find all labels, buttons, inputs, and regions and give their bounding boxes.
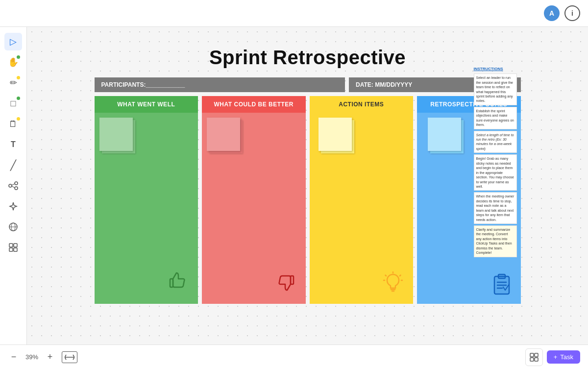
col-header-action-items: ACTION ITEMS xyxy=(310,96,414,113)
task-label: Task xyxy=(560,353,573,361)
participants-box[interactable]: PARTICIPANTS:____________ xyxy=(95,77,345,92)
instruction-3: Select a length of time to run the retro… xyxy=(474,131,517,153)
magic-icon[interactable] xyxy=(4,197,22,215)
sticky-front-green xyxy=(99,118,133,151)
task-plus: + xyxy=(554,353,558,361)
bottom-bar: − 39% + + Task xyxy=(0,344,588,369)
instruction-6: Clarify and summarize the meeting. Conve… xyxy=(474,225,517,257)
svg-rect-14 xyxy=(291,276,294,284)
template-icon[interactable] xyxy=(4,239,22,256)
instruction-5: When the meeting owner decides its time … xyxy=(474,192,517,224)
hand-icon[interactable]: ✋ xyxy=(4,53,22,71)
svg-point-1 xyxy=(15,182,18,185)
bottom-right-controls: + Task xyxy=(525,348,580,366)
grid-view-button[interactable] xyxy=(525,348,543,366)
connect-icon[interactable] xyxy=(4,177,22,195)
svg-rect-36 xyxy=(535,358,538,361)
globe-icon[interactable] xyxy=(4,218,22,236)
yellow-dot2 xyxy=(17,117,20,121)
board: Sprint Retrospective PARTICIPANTS:______… xyxy=(95,47,521,304)
column-action-items: ACTION ITEMS xyxy=(310,96,414,304)
svg-rect-9 xyxy=(9,244,13,247)
svg-rect-10 xyxy=(14,244,17,247)
meta-row: PARTICIPANTS:____________ DATE: MM/DD/YY… xyxy=(95,77,521,92)
green-dot xyxy=(17,55,20,59)
sticky-front-yellow xyxy=(318,118,352,151)
svg-rect-12 xyxy=(14,248,17,251)
instructions-title: INSTRUCTIONS xyxy=(474,66,517,72)
svg-line-20 xyxy=(400,275,401,276)
svg-rect-33 xyxy=(530,353,534,357)
column-could-better: WHAT COULD BE BETTER xyxy=(202,96,306,304)
instructions-panel: INSTRUCTIONS Select an leader to run the… xyxy=(474,66,517,259)
sidebar: ▷ ✋ ✏ □ 🗒 T ╱ xyxy=(0,27,27,344)
yellow-dot xyxy=(17,76,20,79)
add-task-button[interactable]: + Task xyxy=(547,350,580,364)
col-header-went-well: WHAT WENT WELL xyxy=(95,96,198,113)
green-dot2 xyxy=(17,97,20,100)
svg-rect-13 xyxy=(170,279,173,287)
avatar[interactable]: A xyxy=(544,5,560,21)
svg-line-3 xyxy=(12,184,15,185)
shape-icon[interactable]: □ xyxy=(4,95,22,112)
clipboard-icon xyxy=(490,271,515,299)
svg-marker-5 xyxy=(10,202,17,210)
sticky-front-blue xyxy=(428,118,461,151)
line-icon[interactable]: ╱ xyxy=(4,156,22,174)
col-body-could-better[interactable] xyxy=(202,113,306,304)
zoom-out-button[interactable]: − xyxy=(8,351,20,363)
lightbulb-icon xyxy=(381,271,405,297)
svg-rect-35 xyxy=(530,358,534,361)
thumbsdown-icon xyxy=(273,271,298,297)
text-icon[interactable]: T xyxy=(4,136,22,153)
instruction-2: Establish the sprint objectives and make… xyxy=(474,107,517,129)
cursor-icon[interactable]: ▷ xyxy=(4,33,22,50)
svg-rect-11 xyxy=(9,248,13,251)
column-went-well: WHAT WENT WELL xyxy=(95,96,198,304)
zoom-in-button[interactable]: + xyxy=(44,351,56,363)
instruction-1: Select an leader to run the session and … xyxy=(474,74,517,105)
col-body-action-items[interactable] xyxy=(310,113,414,304)
svg-point-2 xyxy=(15,187,18,190)
columns: WHAT WENT WELL xyxy=(95,96,521,304)
top-bar: A i xyxy=(0,0,588,27)
svg-line-19 xyxy=(386,275,387,276)
thumbsup-icon xyxy=(166,268,190,297)
pen-icon[interactable]: ✏ xyxy=(4,74,22,92)
col-body-went-well[interactable] xyxy=(95,113,198,304)
info-button[interactable]: i xyxy=(564,5,580,21)
svg-line-4 xyxy=(12,186,15,188)
instruction-4: Begin! Grab as many sticky notes as need… xyxy=(474,154,517,191)
board-title: Sprint Retrospective xyxy=(95,47,521,69)
svg-rect-34 xyxy=(535,353,538,357)
sticky-front-red xyxy=(207,118,240,151)
canvas: Sprint Retrospective PARTICIPANTS:______… xyxy=(27,27,588,344)
svg-rect-24 xyxy=(498,274,505,278)
svg-point-0 xyxy=(9,184,12,187)
note-icon[interactable]: 🗒 xyxy=(4,115,22,133)
col-header-could-better: WHAT COULD BE BETTER xyxy=(202,96,306,113)
fit-to-screen-button[interactable] xyxy=(62,351,77,363)
zoom-level-display: 39% xyxy=(25,353,38,361)
